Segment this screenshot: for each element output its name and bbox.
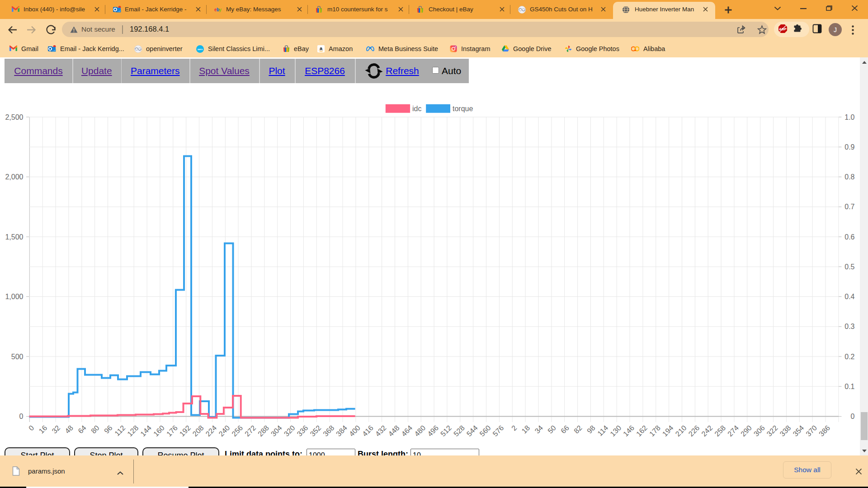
svg-text:2: 2 — [510, 424, 518, 432]
svg-text:304: 304 — [269, 424, 283, 438]
svg-text:114: 114 — [596, 424, 609, 437]
svg-text:y: y — [219, 7, 222, 12]
svg-text:2,000: 2,000 — [5, 173, 23, 181]
svg-text:544: 544 — [465, 424, 479, 438]
svg-text:240: 240 — [217, 424, 231, 438]
svg-text:idc: idc — [412, 105, 421, 113]
svg-text:354: 354 — [792, 424, 806, 438]
svg-text:0: 0 — [851, 413, 855, 420]
svg-text:1,500: 1,500 — [5, 233, 23, 241]
svg-text:16: 16 — [38, 424, 49, 435]
svg-text:0.9: 0.9 — [844, 143, 854, 151]
svg-text:82: 82 — [572, 424, 584, 435]
svg-text:384: 384 — [335, 424, 349, 438]
svg-text:274: 274 — [726, 424, 740, 438]
svg-text:0.2: 0.2 — [844, 353, 854, 361]
svg-text:194: 194 — [661, 424, 675, 438]
svg-text:528: 528 — [452, 424, 466, 438]
svg-text:0.6: 0.6 — [844, 233, 854, 241]
svg-text:448: 448 — [387, 424, 401, 438]
svg-text:322: 322 — [765, 424, 779, 438]
svg-text:64: 64 — [76, 424, 88, 435]
svg-text:0.5: 0.5 — [844, 263, 854, 271]
svg-text:256: 256 — [230, 424, 244, 438]
svg-text:96: 96 — [103, 424, 114, 435]
svg-text:480: 480 — [413, 424, 427, 438]
svg-text:0: 0 — [19, 413, 24, 420]
svg-text:18: 18 — [520, 424, 532, 435]
svg-text:0.3: 0.3 — [844, 323, 854, 330]
svg-text:500: 500 — [11, 353, 24, 361]
svg-text:50: 50 — [546, 424, 557, 435]
svg-text:80: 80 — [90, 424, 101, 435]
svg-text:576: 576 — [491, 424, 505, 438]
svg-text:290: 290 — [739, 424, 753, 438]
svg-text:242: 242 — [700, 424, 714, 438]
svg-text:xero: xero — [198, 48, 203, 51]
svg-text:320: 320 — [283, 424, 297, 438]
svg-text:112: 112 — [113, 424, 127, 437]
svg-text:336: 336 — [296, 424, 310, 438]
svg-text:162: 162 — [635, 424, 649, 438]
svg-text:1.0: 1.0 — [844, 113, 854, 121]
svg-text:208: 208 — [191, 424, 205, 438]
svg-text:306: 306 — [752, 424, 766, 438]
svg-text:272: 272 — [243, 424, 257, 438]
svg-text:370: 370 — [804, 424, 818, 438]
svg-text:400: 400 — [348, 424, 362, 438]
svg-text:0.4: 0.4 — [844, 293, 854, 300]
svg-text:torque: torque — [453, 105, 473, 113]
svg-text:34: 34 — [533, 424, 545, 435]
svg-text:210: 210 — [674, 424, 688, 438]
svg-text:178: 178 — [648, 424, 662, 438]
svg-text:560: 560 — [478, 424, 492, 438]
svg-text:226: 226 — [687, 424, 701, 438]
svg-text:288: 288 — [256, 424, 270, 438]
svg-text:416: 416 — [361, 424, 375, 438]
svg-text:0.1: 0.1 — [844, 383, 854, 390]
svg-text:130: 130 — [609, 424, 623, 438]
svg-text:0.7: 0.7 — [844, 203, 854, 211]
svg-text:a: a — [320, 46, 323, 51]
svg-text:352: 352 — [309, 424, 323, 438]
svg-text:48: 48 — [63, 424, 75, 435]
svg-text:2,500: 2,500 — [5, 113, 23, 121]
svg-text:144: 144 — [139, 424, 153, 438]
svg-text:338: 338 — [778, 424, 793, 438]
svg-text:512: 512 — [439, 424, 453, 438]
svg-text:66: 66 — [559, 424, 571, 435]
svg-text:464: 464 — [400, 424, 414, 438]
svg-text:160: 160 — [152, 424, 166, 438]
svg-text:0.8: 0.8 — [844, 173, 854, 181]
svg-text:176: 176 — [165, 424, 179, 438]
svg-text:386: 386 — [817, 424, 831, 438]
svg-text:146: 146 — [622, 424, 636, 438]
svg-text:192: 192 — [178, 424, 192, 438]
svg-text:0: 0 — [27, 424, 35, 432]
svg-text:224: 224 — [204, 424, 218, 438]
svg-text:1,000: 1,000 — [5, 293, 23, 300]
svg-text:258: 258 — [713, 424, 727, 438]
svg-text:32: 32 — [51, 424, 62, 435]
svg-text:98: 98 — [585, 424, 597, 435]
svg-text:432: 432 — [374, 424, 388, 438]
svg-text:368: 368 — [321, 424, 335, 438]
svg-text:496: 496 — [426, 424, 440, 438]
svg-text:128: 128 — [126, 424, 140, 438]
